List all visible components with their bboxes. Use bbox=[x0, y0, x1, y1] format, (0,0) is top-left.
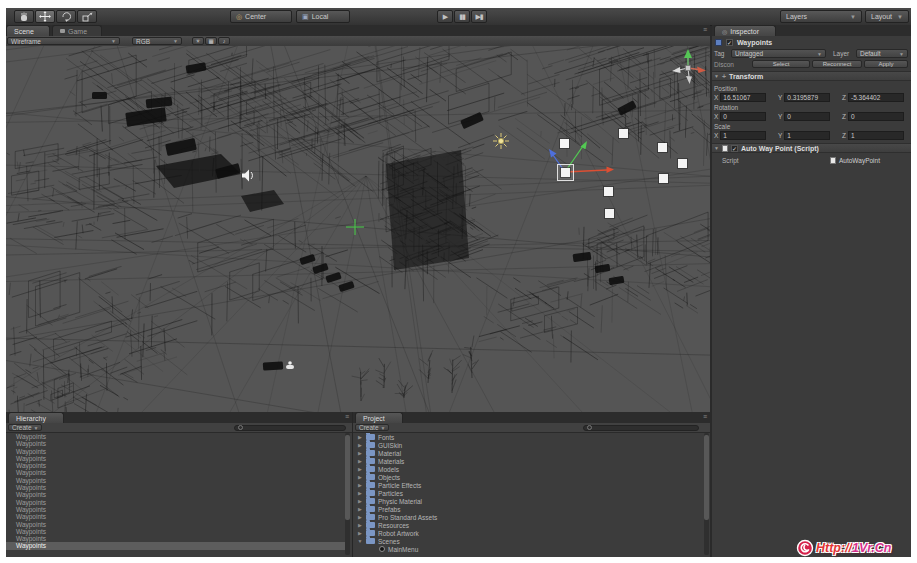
hierarchy-item[interactable]: Waypoints bbox=[6, 499, 345, 506]
hierarchy-item[interactable]: Waypoints bbox=[6, 455, 345, 462]
hierarchy-item[interactable]: Waypoints bbox=[6, 506, 345, 513]
scale-x-field[interactable]: 1 bbox=[720, 131, 766, 140]
scale-y-field[interactable]: 1 bbox=[784, 131, 830, 140]
project-folder-row[interactable]: ▶Models bbox=[353, 465, 703, 473]
position-x-field[interactable]: 16.51067 bbox=[720, 93, 766, 102]
script-field-value[interactable]: AutoWayPoint bbox=[839, 157, 880, 164]
prefab-select-button[interactable]: Select bbox=[752, 60, 810, 68]
chevron-right-icon[interactable]: ▶ bbox=[357, 490, 363, 496]
pivot-local-button[interactable]: ▣ Local bbox=[296, 10, 350, 23]
prefab-apply-button[interactable]: Apply bbox=[864, 60, 908, 68]
project-folder-row[interactable]: ▶Prefabs bbox=[353, 505, 703, 513]
audio-source-gizmo-icon[interactable] bbox=[242, 170, 252, 182]
tab-scene[interactable]: Scene bbox=[6, 25, 50, 36]
hierarchy-item[interactable]: Waypoints bbox=[6, 469, 345, 476]
chevron-right-icon[interactable]: ▶ bbox=[357, 482, 363, 488]
chevron-right-icon[interactable]: ▶ bbox=[357, 450, 363, 456]
chevron-right-icon[interactable]: ▶ bbox=[357, 522, 363, 528]
hierarchy-item[interactable]: Waypoints bbox=[6, 462, 345, 469]
hierarchy-item[interactable]: Waypoints bbox=[6, 513, 345, 520]
scrollbar-thumb[interactable] bbox=[704, 435, 709, 520]
scale-tool-button[interactable] bbox=[77, 10, 97, 23]
chevron-right-icon[interactable]: ▶ bbox=[357, 498, 363, 504]
draw-mode-dropdown[interactable]: Wireframe ▼ bbox=[7, 37, 120, 45]
chevron-right-icon[interactable]: ▶ bbox=[357, 434, 363, 440]
waypoint-gizmo[interactable] bbox=[659, 174, 668, 183]
project-scrollbar[interactable] bbox=[704, 433, 709, 555]
waypoint-gizmo[interactable] bbox=[619, 129, 628, 138]
prefab-reconnect-button[interactable]: Reconnect bbox=[812, 60, 862, 68]
project-folder-row[interactable]: ▶Material bbox=[353, 449, 703, 457]
waypoint-gizmo[interactable] bbox=[678, 159, 687, 168]
project-folder-row[interactable]: ▶Physic Material bbox=[353, 497, 703, 505]
step-button[interactable]: ▶▮ bbox=[471, 10, 487, 23]
audio-toggle[interactable]: ♪ bbox=[218, 37, 230, 45]
hierarchy-item[interactable]: Waypoints bbox=[6, 535, 345, 542]
hierarchy-item[interactable]: Waypoints bbox=[6, 433, 345, 440]
hierarchy-create-button[interactable]: Create ▼ bbox=[8, 424, 42, 431]
layout-dropdown[interactable]: Layout ▼ bbox=[865, 10, 909, 23]
hierarchy-item[interactable]: Waypoints bbox=[6, 448, 345, 455]
project-search-input[interactable] bbox=[583, 425, 699, 431]
light-gizmo-icon[interactable] bbox=[493, 133, 509, 149]
waypoint-gizmo[interactable] bbox=[605, 209, 614, 218]
rotation-x-field[interactable]: 0 bbox=[720, 112, 766, 121]
script-enabled-checkbox[interactable] bbox=[731, 145, 738, 152]
project-create-button[interactable]: Create ▼ bbox=[355, 424, 389, 431]
player-marker-icon[interactable] bbox=[286, 361, 294, 369]
tab-inspector[interactable]: ◎ Inspector bbox=[714, 25, 776, 36]
project-folder-row[interactable]: ▶Materials bbox=[353, 457, 703, 465]
pause-button[interactable]: ▮▮ bbox=[454, 10, 470, 23]
chevron-right-icon[interactable]: ▶ bbox=[357, 530, 363, 536]
hand-tool-button[interactable] bbox=[14, 10, 34, 23]
chevron-down-icon[interactable]: ▼ bbox=[357, 538, 363, 544]
panel-menu-icon[interactable]: ≡ bbox=[345, 413, 349, 420]
scrollbar-thumb[interactable] bbox=[345, 435, 350, 520]
scene-viewport[interactable] bbox=[6, 46, 710, 412]
project-folder-row[interactable]: ▶Pro Standard Assets bbox=[353, 513, 703, 521]
project-folder-row[interactable]: ▶Fonts bbox=[353, 433, 703, 441]
rotate-tool-button[interactable] bbox=[56, 10, 76, 23]
layer-dropdown[interactable]: Default ▼ bbox=[856, 49, 908, 58]
panel-menu-icon[interactable]: ≡ bbox=[703, 26, 707, 33]
waypoint-gizmo[interactable] bbox=[604, 187, 613, 196]
tab-game[interactable]: Game bbox=[52, 25, 102, 36]
layers-dropdown[interactable]: Layers ▼ bbox=[780, 10, 862, 23]
chevron-right-icon[interactable]: ▶ bbox=[357, 506, 363, 512]
play-button[interactable]: ▶ bbox=[437, 10, 453, 23]
hierarchy-item[interactable]: Waypoints bbox=[6, 542, 345, 549]
project-folder-row[interactable]: ▶GUISkin bbox=[353, 441, 703, 449]
rotation-z-field[interactable]: 0 bbox=[848, 112, 904, 121]
project-folder-row[interactable]: ▶Robot Artwork bbox=[353, 529, 703, 537]
waypoint-gizmo-selected[interactable] bbox=[561, 168, 570, 177]
chevron-down-icon[interactable]: ▼ bbox=[714, 73, 719, 79]
move-tool-button[interactable] bbox=[35, 10, 55, 23]
tag-dropdown[interactable]: Untagged ▼ bbox=[731, 49, 826, 58]
object-name-field[interactable]: Waypoints bbox=[737, 39, 772, 46]
hierarchy-item[interactable]: Waypoints bbox=[6, 528, 345, 535]
script-component-header[interactable]: ▼ Auto Way Point (Script) bbox=[712, 143, 911, 153]
project-folder-row[interactable]: ▼Scenes bbox=[353, 537, 703, 545]
hierarchy-scrollbar[interactable] bbox=[345, 433, 350, 555]
lighting-toggle[interactable]: ☀ bbox=[192, 37, 204, 45]
chevron-right-icon[interactable]: ▶ bbox=[357, 474, 363, 480]
position-z-field[interactable]: -5.364402 bbox=[848, 93, 904, 102]
color-mode-dropdown[interactable]: RGB ▼ bbox=[132, 37, 182, 45]
hierarchy-item[interactable]: Waypoints bbox=[6, 521, 345, 528]
rotation-y-field[interactable]: 0 bbox=[784, 112, 830, 121]
chevron-right-icon[interactable]: ▶ bbox=[357, 514, 363, 520]
project-folder-row[interactable]: ▶Objects bbox=[353, 473, 703, 481]
chevron-down-icon[interactable]: ▼ bbox=[714, 145, 719, 151]
transform-component-header[interactable]: ▼ + Transform bbox=[712, 71, 911, 81]
scale-z-field[interactable]: 1 bbox=[848, 131, 904, 140]
orientation-gizmo[interactable] bbox=[672, 49, 706, 84]
hierarchy-search-input[interactable] bbox=[234, 425, 346, 431]
project-folder-row[interactable]: ▶Particle Effects bbox=[353, 481, 703, 489]
waypoint-gizmo[interactable] bbox=[658, 143, 667, 152]
project-folder-row[interactable]: ▶Particles bbox=[353, 489, 703, 497]
active-checkbox[interactable] bbox=[726, 39, 733, 46]
panel-menu-icon[interactable]: ≡ bbox=[703, 413, 707, 420]
chevron-right-icon[interactable]: ▶ bbox=[357, 466, 363, 472]
tab-project[interactable]: Project bbox=[355, 412, 403, 423]
hierarchy-item[interactable]: Waypoints bbox=[6, 477, 345, 484]
